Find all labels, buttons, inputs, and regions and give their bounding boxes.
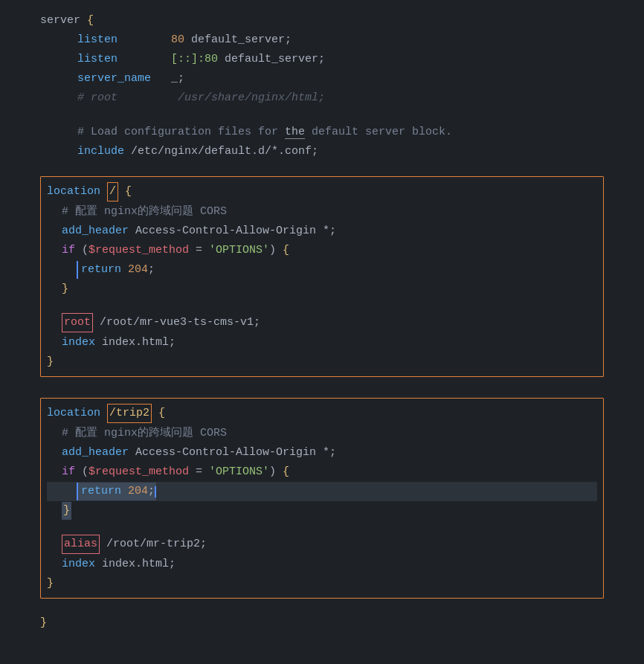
location-block-1: location / { # 配置 nginx的跨域问题 CORS add_he… <box>40 176 604 377</box>
location-2-index: index index.html; <box>47 555 597 574</box>
location-2-add-header: add_header Access-Control-Allow-Origin *… <box>47 443 597 462</box>
line-server-close: } <box>0 613 644 633</box>
location-2-alias: alias /root/mr-trip2; <box>47 534 597 555</box>
line-blank-1 <box>0 108 644 123</box>
location-2-blank <box>47 520 597 534</box>
location-1-root: root /root/mr-vue3-ts-cms-v1; <box>47 312 597 333</box>
line-server-name: server_name _; <box>0 69 644 88</box>
location-1-return: return 204; <box>47 260 597 280</box>
location-1-cors-comment: # 配置 nginx的跨域问题 CORS <box>47 202 597 222</box>
location-1-if: if ($request_method = 'OPTIONS') { <box>47 241 597 260</box>
line-listen-2: listen [::]:80 default_server; <box>0 50 644 69</box>
line-blank-2 <box>0 161 644 170</box>
location-2-cors-comment: # 配置 nginx的跨域问题 CORS <box>47 424 597 443</box>
location-1-index: index index.html; <box>47 333 597 352</box>
line-include: include /etc/nginx/default.d/*.conf; <box>0 142 644 161</box>
location-1-close: } <box>47 352 597 372</box>
location-1-add-header: add_header Access-Control-Allow-Origin *… <box>47 222 597 241</box>
location-2-close: } <box>47 574 597 593</box>
line-server-open: server { <box>0 11 644 30</box>
line-listen-1: listen 80 default_server; <box>0 30 644 50</box>
location-block-2: location /trip2 { # 配置 nginx的跨域问题 CORS a… <box>40 398 604 599</box>
line-blank-4 <box>0 605 644 613</box>
location-1-blank <box>47 299 597 312</box>
location-1-header: location / { <box>47 181 597 202</box>
line-blank-3 <box>0 383 644 392</box>
line-root-comment: # root /usr/share/nginx/html; <box>0 88 644 108</box>
location-2-if: if ($request_method = 'OPTIONS') { <box>47 462 597 482</box>
code-editor: server { listen 80 default_server; liste… <box>0 7 644 636</box>
location-1-close-if: } <box>47 280 597 299</box>
location-2-header: location /trip2 { <box>47 403 597 424</box>
line-load-comment: # Load configuration files for the defau… <box>0 123 644 142</box>
location-2-close-if: } <box>47 501 597 520</box>
location-2-return: return 204; <box>47 482 597 501</box>
